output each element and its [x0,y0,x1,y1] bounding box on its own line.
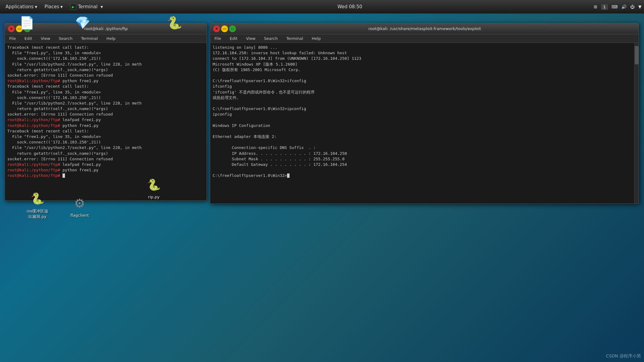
term-line: root@kali:/python/ftp# python free1.py [7,167,204,173]
term-line: root@kali:/python/ftp# leafpad free1.py [7,162,204,167]
terminal-menu[interactable]: ▶ Terminal ▼ [67,2,106,11]
csdn-text: CSDN @程序小黑 [606,353,641,358]
applications-menu[interactable]: Applications ▼ [2,3,40,11]
desktop-icon-flagclient[interactable]: ⚙ flagclient [64,195,95,218]
network-icon: ⊞ [594,4,597,9]
clock-display: Wed 08:50 [338,4,362,10]
term-line: root@kali:/python/ftp# python free1.py [7,78,204,84]
term-line: return getattr(self._sock,name)(*args) [7,67,204,73]
term-line: root@kali:/python/ftp# [7,173,204,178]
term-line: connect to [172.16.104.3] from (UNKNOWN)… [213,56,632,61]
rip-icon-image: 🐍 [145,176,162,193]
terminal-title-left: root@kali: /python/ftp [31,26,181,31]
term-line: root@kali:/python/ftp# leafpad free1.py [7,117,204,123]
volume-icon: 🔊 [621,4,627,9]
menu-file-right[interactable]: File [213,36,223,41]
menu-edit-left[interactable]: Edit [23,36,34,41]
applications-label: Applications [6,4,34,10]
minimize-button-right[interactable]: — [221,25,228,32]
term-line: Default Gateway . . . . . . . . : 172.16… [213,162,632,167]
term-line: Connection-specific DNS Suffix . : [213,145,632,151]
term-line: C:\freefloatftpserver1.0\Win32> [213,173,632,178]
places-label: Places [44,4,59,10]
term-line [213,167,632,173]
term-line: C:\freefloatftpserver1.0\Win32>ipconfig [213,106,632,112]
menu-help-left[interactable]: Help [104,36,117,41]
menu-search-left[interactable]: Search [57,36,74,41]
menu-help-right[interactable]: Help [310,36,323,41]
scrollbar-right[interactable] [634,43,638,204]
term-line: Traceback (most recent call last): [7,84,204,89]
menu-file-left[interactable]: File [7,36,18,41]
term-line: 172.16.104.250: inverse host lookup fail… [213,50,632,56]
term-line: socket.error: [Errno 111] Connection ref… [7,112,204,117]
term-line [213,73,632,78]
scroll-thumb-right[interactable] [635,46,638,64]
menu-terminal-right[interactable]: Terminal [284,36,305,41]
desktop-icon-top3[interactable]: 🐍 [159,14,190,31]
menu-terminal-left[interactable]: Terminal [79,36,100,41]
term-line: IP Address. . . . . . . . . . . : 172.16… [213,151,632,156]
taskbar: Applications ▼ Places ▼ ▶ Terminal ▼ Wed… [0,0,644,13]
term-line: Microsoft Windows XP [版本 5.1.2600] [213,62,632,67]
terminal-cursor-right [287,173,290,178]
desktop-icon-top2[interactable]: 💎 [67,14,98,31]
top3-icon-image: 🐍 [166,14,183,31]
term-line: sock.connect(('172.16.103.250',21)) [7,56,204,61]
term-line: return getattr(self._sock,name)(*args) [7,151,204,156]
ios-icon-label: ios缓冲区溢出漏洞.py [27,208,48,219]
term-line: Ethernet adapter 本地连接 2: [213,134,632,139]
term-line: ipconfig [213,112,632,117]
places-menu[interactable]: Places ▼ [41,3,66,11]
desktop-icon-rip[interactable]: 🐍 rip.py [138,176,169,199]
term-line: sock.connect(('172.16.103.250',21)) [7,139,204,145]
input-icon: ⌨ [612,4,618,9]
terminal-cursor-left [63,173,65,178]
maximize-button-right[interactable]: □ [229,25,236,32]
terminal-label: Terminal [78,4,97,10]
places-arrow-icon: ▼ [60,5,63,9]
terminal-arrow-icon: ▼ [100,5,103,9]
power-arrow-icon: ▼ [638,4,642,9]
taskbar-clock: Wed 08:50 [106,4,594,10]
term-line: return getattr(self._sock,name)(*args) [7,106,204,112]
term-line: Traceback (most recent call last): [7,45,204,50]
terminal-menubar-left: File Edit View Search Terminal Help [5,34,206,43]
menu-edit-right[interactable]: Edit [228,36,239,41]
top1-icon-image: 📄 [18,14,36,31]
terminal-body-right[interactable]: listening on [any] 8086 ... 172.16.104.2… [210,43,638,204]
term-line: socket.error: [Errno 111] Connection ref… [7,73,204,78]
term-line: socket.error: [Errno 111] Connection ref… [7,156,204,162]
csdn-watermark: CSDN @程序小黑 [606,353,641,359]
terminal-window-right: ✕ — □ root@kali: /usr/share/metasploit-f… [210,23,639,204]
menu-search-right[interactable]: Search [262,36,280,41]
desktop-icon-ios[interactable]: 🐍 ios缓冲区溢出漏洞.py [22,190,53,219]
menu-view-right[interactable]: View [244,36,257,41]
top2-icon-image: 💎 [74,14,91,31]
term-line: File "free1.py", line 35, in <module> [7,50,204,56]
ios-icon-image: 🐍 [29,190,46,207]
term-line: root@kali:/python/ftp# python free1.py [7,123,204,128]
terminal-title-right: root@kali: /usr/share/metasploit-framewo… [236,26,613,31]
terminal-body-left[interactable]: Traceback (most recent call last): File … [5,43,206,200]
flagclient-icon-label: flagclient [70,213,89,218]
term-line: Subnet Mask . . . . . . . . . . : 255.25… [213,156,632,162]
terminal-window-left: ✕ — □ root@kali: /python/ftp File Edit V… [5,23,207,201]
term-line: Traceback (most recent call last): [7,128,204,134]
power-icon: ⏻ [630,4,635,9]
desktop-icon-top1[interactable]: 📄 [12,14,42,31]
menu-view-left[interactable]: View [39,36,52,41]
applications-arrow-icon: ▼ [35,5,37,9]
taskbar-right: ⊞ 1 ⌨ 🔊 ⏻ ▼ [594,4,642,10]
term-line: File "/usr/lib/python2.7/socket.py", lin… [7,101,204,106]
term-line: sock.connect(('172.16.103.250',21)) [7,95,204,101]
term-line [213,101,632,106]
workspace-badge[interactable]: 1 [601,4,608,10]
term-line: C:\freefloatftpserver1.0\Win32>ifconfig [213,78,632,84]
term-line: 或批处理文件。 [213,95,632,101]
terminal-titlebar-right: ✕ — □ root@kali: /usr/share/metasploit-f… [210,23,638,34]
term-line [213,128,632,134]
term-line: 'ifconfig' 不是内部或外部命令，也不是可运行的程序 [213,90,632,95]
close-button-right[interactable]: ✕ [213,25,220,32]
term-line: File "free1.py", line 35, in <module> [7,134,204,139]
